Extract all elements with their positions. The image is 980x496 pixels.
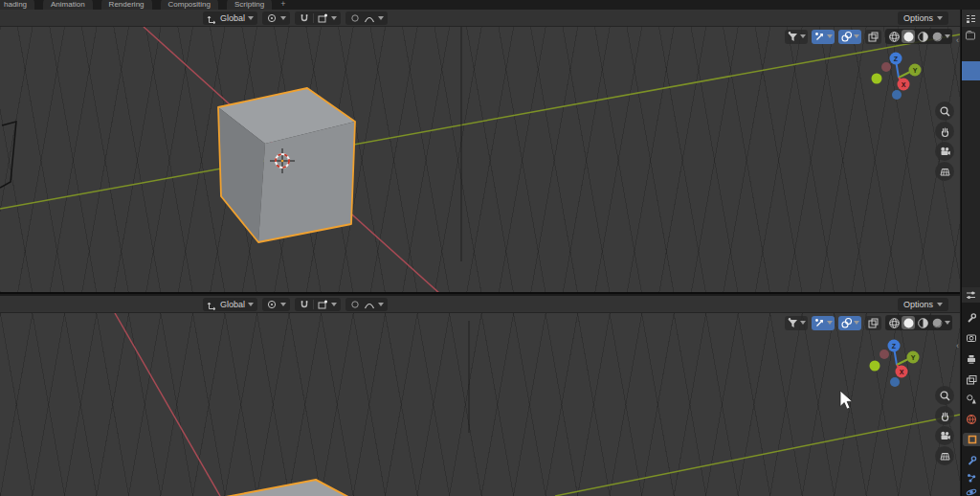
tab-compositing[interactable]: Compositing (161, 0, 218, 10)
hand-icon (939, 125, 951, 138)
navigation-gizmo[interactable]: Z Y X (866, 335, 927, 393)
rendered-sphere-icon (931, 317, 944, 329)
shading-material-button[interactable] (916, 316, 929, 329)
camera-object-wireframe[interactable] (0, 122, 16, 188)
shading-rendered-button[interactable] (930, 30, 944, 43)
gizmo-neg-y-ball[interactable] (870, 361, 880, 372)
snapping-group[interactable] (295, 298, 341, 311)
gizmo-neg-z-ball[interactable] (890, 377, 900, 387)
tab-animation[interactable]: Animation (43, 0, 93, 10)
sidebar-toggle-icon[interactable]: ‹ (956, 342, 959, 350)
mouse-cursor (840, 391, 853, 409)
sidebar-toggle-icon[interactable]: ‹ (956, 36, 959, 45)
shading-material-button[interactable] (916, 30, 929, 43)
shading-wireframe-button[interactable] (887, 30, 901, 43)
gizmo-neg-y-ball[interactable] (872, 74, 882, 84)
snap-target-icon (317, 299, 328, 310)
snapping-group[interactable] (295, 11, 341, 25)
physics-icon (966, 486, 977, 496)
proportional-edit-group[interactable] (345, 298, 388, 311)
chevron-down-icon (248, 303, 254, 306)
xray-toggle[interactable] (865, 30, 881, 44)
zoom-button[interactable] (935, 101, 954, 121)
printer-icon (966, 353, 977, 365)
cube-object-partial[interactable] (226, 480, 348, 496)
orientation-dropdown[interactable]: Global (203, 298, 257, 311)
zoom-button[interactable] (935, 386, 954, 405)
tab-view-layer[interactable] (965, 373, 978, 387)
options-dropdown[interactable]: Options (898, 11, 948, 25)
orthographic-toggle-button[interactable] (935, 162, 954, 181)
properties-editor (962, 287, 980, 496)
pan-button[interactable] (935, 406, 954, 425)
tab-object[interactable] (963, 433, 980, 446)
viewport-overlay-controls (785, 29, 952, 44)
material-sphere-icon (917, 317, 929, 329)
add-workspace-button[interactable]: + (280, 0, 289, 10)
falloff-curve-icon (364, 299, 375, 310)
shading-rendered-button[interactable] (930, 316, 944, 329)
gizmos-toggle[interactable] (812, 316, 835, 330)
pivot-point-dropdown[interactable] (262, 11, 290, 25)
chevron-down-icon (331, 303, 337, 306)
proportional-editing-icon (349, 299, 361, 310)
shading-wireframe-button[interactable] (887, 316, 901, 329)
properties-editor-icon[interactable] (965, 289, 977, 302)
navigation-gizmo[interactable]: Z Y X (868, 48, 929, 105)
pan-button[interactable] (935, 122, 954, 141)
tab-rendering[interactable]: Rendering (101, 0, 152, 10)
camera-view-button[interactable] (935, 426, 954, 445)
proportional-edit-group[interactable] (345, 11, 388, 25)
blender-window: hading Animation Rendering Compositing S… (0, 0, 980, 496)
scene-bottom (0, 313, 960, 496)
tab-shading[interactable]: hading (0, 0, 34, 10)
xray-toggle[interactable] (865, 316, 881, 330)
tab-render[interactable] (965, 331, 978, 345)
tab-tool[interactable] (965, 311, 978, 325)
overlays-toggle[interactable] (838, 316, 861, 330)
viewport-top-canvas[interactable]: Z Y X (0, 27, 960, 294)
options-dropdown[interactable]: Options (898, 298, 948, 311)
tab-scene[interactable] (965, 393, 978, 406)
tab-modifiers[interactable] (965, 454, 978, 467)
pivot-point-dropdown[interactable] (262, 298, 290, 311)
outliner-editor (962, 10, 980, 287)
object-visibility-dropdown[interactable] (785, 316, 808, 330)
chevron-down-icon (331, 16, 337, 20)
properties-header (962, 287, 980, 303)
chevron-down-icon (280, 16, 286, 20)
options-label: Options (903, 11, 933, 25)
chevron-down-icon (945, 34, 950, 38)
tab-world[interactable] (965, 413, 978, 426)
shading-solid-button[interactable] (902, 316, 915, 329)
overlays-toggle[interactable] (838, 30, 861, 44)
gizmo-neg-x-ball[interactable] (880, 349, 889, 359)
gizmo-neg-z-ball[interactable] (892, 90, 902, 100)
transform-orientation-icon (207, 300, 217, 310)
gizmo-neg-x-ball[interactable] (881, 62, 891, 72)
grid-icon (939, 166, 951, 178)
viewport-bottom-canvas[interactable]: Z Y X (0, 313, 960, 496)
collection-icon[interactable] (965, 30, 976, 41)
camera-view-button[interactable] (935, 142, 954, 161)
outliner-header (962, 10, 980, 27)
chevron-down-icon (937, 16, 943, 20)
render-camera-icon (966, 332, 977, 344)
transform-orientation-icon (207, 13, 217, 24)
tab-particles[interactable] (965, 471, 978, 485)
chevron-down-icon (378, 303, 384, 306)
gizmos-toggle[interactable] (812, 30, 835, 44)
object-visibility-dropdown[interactable] (785, 30, 808, 44)
orthographic-toggle-button[interactable] (935, 446, 954, 465)
tab-physics[interactable] (965, 485, 978, 496)
chevron-down-icon (827, 34, 833, 38)
tab-scripting[interactable]: Scripting (227, 0, 272, 10)
orientation-dropdown[interactable]: Global (203, 11, 257, 25)
world-icon (966, 414, 977, 425)
outliner-selected-row[interactable] (962, 61, 980, 80)
tab-output[interactable] (965, 352, 978, 366)
shading-solid-button[interactable] (902, 30, 915, 43)
outliner-editor-icon[interactable] (965, 12, 977, 25)
hand-icon (939, 410, 951, 422)
camera-icon (939, 146, 951, 158)
